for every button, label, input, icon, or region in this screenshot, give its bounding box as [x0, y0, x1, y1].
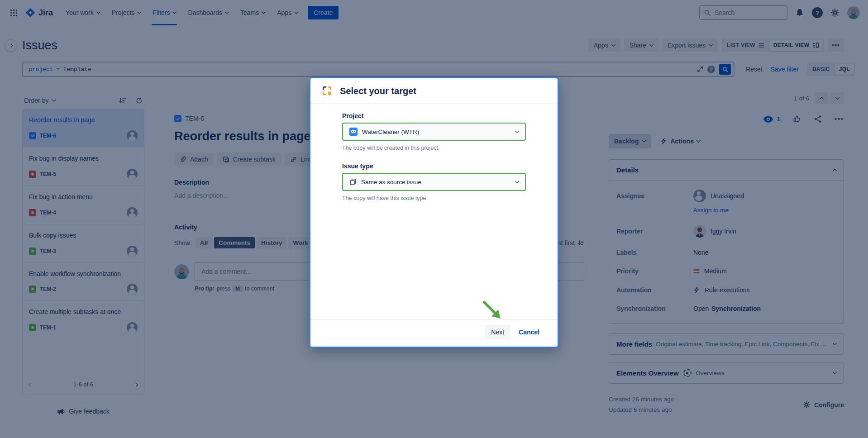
issue-type-help-text: The copy will have this issue type. [342, 195, 526, 201]
issue-type-selected-value: Same as source issue [361, 179, 421, 186]
project-avatar-icon [349, 128, 358, 136]
cancel-button[interactable]: Cancel [514, 325, 544, 339]
project-help-text: The copy will be created in this project… [342, 145, 526, 151]
project-field: Project WaterCleaner (WTR) The copy will… [342, 112, 526, 151]
annotation-arrow-icon [481, 299, 505, 324]
project-label: Project [342, 112, 526, 119]
project-select[interactable]: WaterCleaner (WTR) [342, 123, 526, 141]
jira-issues-page: Jira Your work Projects Filters Dashboar… [0, 0, 868, 438]
issue-type-label: Issue type [342, 162, 526, 170]
issue-type-select[interactable]: Same as source issue [342, 173, 526, 191]
next-button[interactable]: Next [485, 325, 510, 339]
project-selected-value: WaterCleaner (WTR) [362, 129, 419, 135]
issue-type-field: Issue type Same as source issue The copy… [342, 162, 526, 201]
clone-icon [349, 178, 357, 186]
dialog-title: Select your target [340, 86, 416, 96]
chevron-down-icon [515, 179, 520, 183]
copy-app-icon [321, 85, 333, 97]
select-target-dialog: Select your target Project WaterCleaner … [310, 77, 558, 348]
chevron-down-icon [515, 129, 520, 133]
